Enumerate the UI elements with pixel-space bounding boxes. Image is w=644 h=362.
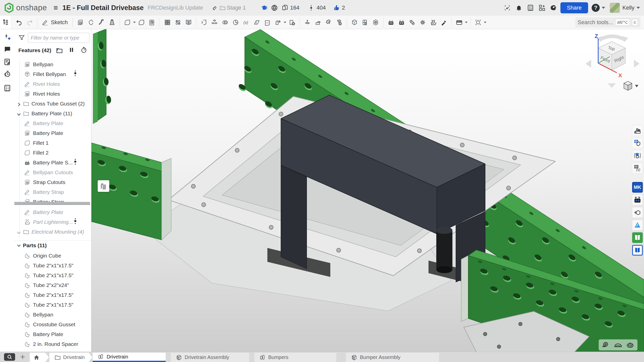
- thicken-icon[interactable]: [302, 17, 313, 28]
- frame-caret-icon[interactable]: [484, 22, 486, 23]
- feature-row[interactable]: Battery Plate: [14, 118, 91, 128]
- library-blue-app-icon[interactable]: [632, 245, 643, 256]
- sweep-icon[interactable]: [96, 17, 107, 28]
- marker-icon[interactable]: [439, 17, 449, 28]
- feature-row[interactable]: Rivet Holes: [14, 79, 91, 89]
- part-row[interactable]: Battery Plate: [14, 329, 91, 339]
- tasks-icon[interactable]: [526, 4, 535, 12]
- collapse-tree-button[interactable]: [98, 180, 109, 192]
- nametag-icon[interactable]: HELLO: [454, 17, 464, 28]
- mkcad-app-icon[interactable]: MK: [632, 182, 643, 193]
- robot-app-icon[interactable]: [632, 195, 643, 205]
- dependency-dots-icon[interactable]: [74, 158, 77, 167]
- part-row[interactable]: Tube 2"x1"x17.5": [14, 290, 91, 300]
- configurations-panel-icon[interactable]: [632, 138, 643, 148]
- composite-part-icon[interactable]: [209, 17, 220, 28]
- user-name[interactable]: Kelly: [622, 5, 634, 11]
- checklist-icon[interactable]: [4, 84, 11, 92]
- document-menu-icon[interactable]: ≡: [53, 4, 58, 12]
- featurescript-icon[interactable]: [503, 4, 512, 12]
- configured-features-panel-icon[interactable]: [632, 150, 643, 161]
- mirror-icon[interactable]: [183, 17, 194, 28]
- feature-row[interactable]: Bellypan Cutouts: [14, 167, 91, 177]
- tube-clamp-icon[interactable]: [428, 17, 439, 28]
- export-part-app-icon[interactable]: [632, 207, 643, 218]
- history-icon[interactable]: [4, 70, 11, 78]
- feature-row[interactable]: Fillet 2: [14, 148, 91, 158]
- plane-icon[interactable]: [252, 17, 262, 28]
- feature-list-toggle[interactable]: [0, 16, 11, 29]
- delete-face-icon[interactable]: [334, 17, 344, 28]
- protractor-icon[interactable]: [614, 341, 622, 349]
- part-round-spacer[interactable]: [436, 227, 452, 273]
- feature-row[interactable]: Bellypan: [14, 59, 91, 69]
- split-icon[interactable]: [262, 17, 273, 28]
- redo-icon[interactable]: [24, 17, 35, 28]
- feature-folder-row[interactable]: Cross Tube Gusset (2): [14, 99, 91, 108]
- derived-icon[interactable]: [199, 17, 209, 28]
- custom-robot-icon[interactable]: [396, 17, 407, 28]
- part-row[interactable]: Tube 2"x1"x17.5": [14, 300, 91, 310]
- tab-bumpers-partstudio[interactable]: Bumpers: [254, 353, 336, 362]
- transform-caret-icon[interactable]: [284, 22, 286, 23]
- belt-icon[interactable]: [407, 17, 417, 28]
- ai-advisor-icon[interactable]: [549, 4, 558, 12]
- circular-pattern-icon[interactable]: [173, 17, 183, 28]
- user-avatar[interactable]: [610, 3, 620, 13]
- breadcrumb-folder-tab[interactable]: Drivetrain: [49, 353, 92, 362]
- search-tabs-icon[interactable]: [4, 353, 15, 361]
- comments-icon[interactable]: [4, 46, 11, 53]
- apps-grid-icon[interactable]: [538, 4, 546, 12]
- nametag-caret-icon[interactable]: [465, 22, 468, 23]
- feature-row[interactable]: Strap Cutouts: [14, 177, 91, 187]
- notifications-bell-icon[interactable]: [515, 4, 523, 12]
- part-row[interactable]: 2 in. Round Spacer: [14, 339, 91, 349]
- search-tools[interactable]: Search tools... alt/⌥ c: [575, 17, 640, 27]
- help-button[interactable]: ?: [592, 4, 600, 12]
- tape-measure-icon[interactable]: [602, 341, 610, 349]
- dependency-dots-icon[interactable]: [74, 70, 77, 79]
- filter-input[interactable]: [28, 33, 89, 43]
- feature-folder-row-unrolled[interactable]: Electrical Mounting (4): [14, 227, 91, 237]
- workspace-name[interactable]: Stage 1: [227, 5, 246, 11]
- dependency-dots-icon[interactable]: [74, 218, 77, 226]
- linear-pattern-icon[interactable]: [162, 17, 173, 28]
- feature-row-unrolled[interactable]: Battery Plate: [14, 207, 91, 217]
- filter-icon[interactable]: [18, 34, 25, 41]
- part-row[interactable]: Bellypan: [14, 310, 91, 319]
- like-icon[interactable]: [332, 4, 341, 12]
- loft-icon[interactable]: [107, 17, 117, 28]
- feature-folder-row[interactable]: Battery Plate (11): [14, 108, 91, 118]
- view-cube[interactable]: Top Front Right Z X: [584, 31, 641, 94]
- mass-properties-scale-icon[interactable]: [626, 341, 634, 349]
- part-row[interactable]: Tube 2"x2"x24": [14, 280, 91, 290]
- parts-section-header[interactable]: Parts (11): [14, 240, 91, 250]
- tab-drivetrain-partstudio[interactable]: Drivetrain: [93, 353, 166, 362]
- part-pattern-icon[interactable]: [360, 17, 370, 28]
- sketch-icon[interactable]: [40, 17, 50, 28]
- library-green-app-icon[interactable]: [632, 232, 643, 243]
- public-globe-icon[interactable]: [270, 4, 279, 12]
- enclose-icon[interactable]: [313, 17, 323, 28]
- undo-icon[interactable]: [14, 17, 24, 28]
- view-options-cube-icon[interactable]: [624, 81, 638, 90]
- chevron-down-icon[interactable]: [17, 112, 21, 116]
- variable-icon[interactable]: (x): [241, 17, 252, 28]
- tab-drivetrain-assembly[interactable]: Drivetrain Assembly: [171, 353, 249, 362]
- feature-row[interactable]: Battery Plate: [14, 128, 91, 138]
- fillet-icon[interactable]: [122, 17, 133, 28]
- regenerate-timer-icon[interactable]: [81, 47, 88, 54]
- part-row[interactable]: Crosstube Gusset: [14, 319, 91, 329]
- chamfer-icon[interactable]: [136, 17, 147, 28]
- onshape-logo[interactable]: onshape: [5, 3, 47, 13]
- boolean-icon[interactable]: [220, 17, 230, 28]
- extrude-icon[interactable]: [75, 17, 86, 28]
- add-folder-icon[interactable]: [56, 47, 63, 54]
- chevron-down-icon[interactable]: [17, 230, 21, 234]
- variable-table-panel-icon[interactable]: (x): [632, 163, 643, 173]
- move-face-icon[interactable]: [323, 17, 334, 28]
- create-version-icon[interactable]: [4, 33, 11, 41]
- feature-row[interactable]: Rivet Holes: [14, 89, 91, 99]
- delete-part-icon[interactable]: [287, 17, 297, 28]
- versions-icon[interactable]: [307, 4, 315, 12]
